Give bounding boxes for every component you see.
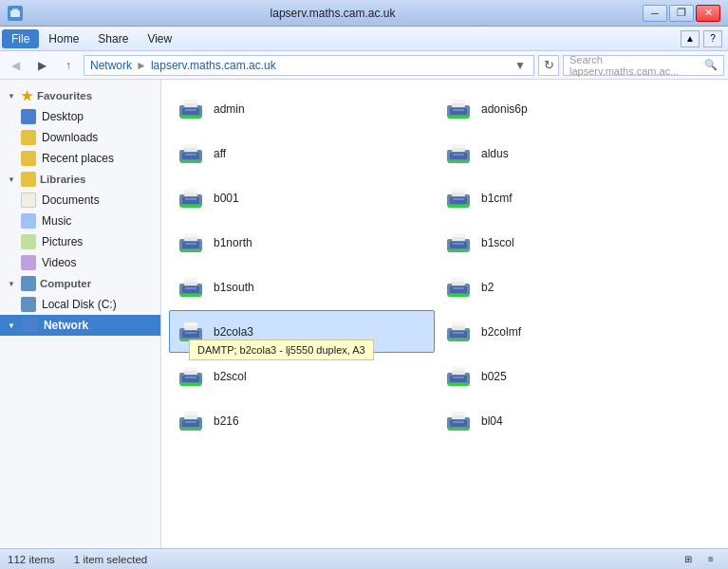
sidebar-item-local-disk[interactable]: Local Disk (C:) (0, 294, 160, 315)
svg-rect-85 (453, 376, 464, 378)
svg-rect-59 (452, 278, 465, 282)
printer-icon (443, 181, 474, 214)
svg-rect-47 (452, 233, 465, 237)
search-icon[interactable]: 🔍 (704, 59, 718, 71)
file-item[interactable]: aff (169, 132, 435, 174)
file-item[interactable]: b2colmf (437, 310, 702, 353)
printer-icon (176, 404, 206, 437)
ribbon-collapse-button[interactable]: ▲ (681, 30, 700, 47)
up-button[interactable]: ↑ (57, 55, 80, 76)
file-item[interactable]: b025 (437, 355, 702, 397)
file-item[interactable]: aldus (437, 132, 702, 174)
file-item[interactable]: b216 (169, 399, 435, 442)
expand-icon: ▼ (8, 92, 15, 101)
svg-rect-54 (180, 294, 201, 297)
file-name: b1south (214, 281, 254, 294)
svg-rect-73 (453, 332, 464, 334)
back-button[interactable]: ◀ (4, 55, 27, 76)
sidebar-section-network[interactable]: ▼ Network (0, 315, 160, 336)
printer-icon (443, 404, 474, 437)
svg-rect-29 (184, 189, 197, 193)
search-box[interactable]: Search lapserv.maths.cam.ac... 🔍 (563, 55, 724, 76)
svg-rect-65 (184, 322, 197, 326)
menubar: File Home Share View ▲ ? (0, 27, 728, 51)
sidebar-section-computer[interactable]: ▼ Computer (0, 273, 160, 294)
sidebar-item-downloads[interactable]: Downloads (0, 127, 160, 148)
file-item[interactable]: bl04 (437, 399, 702, 442)
file-item[interactable]: b1north (169, 221, 435, 264)
file-item[interactable]: b1south (169, 266, 435, 308)
menu-home[interactable]: Home (39, 29, 88, 48)
close-button[interactable]: ✕ (696, 5, 720, 22)
expand-icon-libraries: ▼ (8, 175, 15, 184)
sidebar-item-recent[interactable]: Recent places (0, 148, 160, 169)
file-name: b1scol (481, 236, 514, 249)
svg-rect-48 (448, 249, 469, 252)
menu-file[interactable]: File (2, 29, 39, 48)
svg-rect-5 (184, 100, 197, 103)
menu-view[interactable]: View (138, 29, 181, 48)
minimize-button[interactable]: ─ (643, 5, 667, 22)
large-icons-view-button[interactable]: ⊞ (679, 551, 698, 568)
printer-icon (443, 270, 474, 303)
printer-icon (176, 226, 206, 259)
sidebar-section-favourites[interactable]: ▼ ★ Favourites (0, 85, 160, 106)
svg-rect-97 (453, 421, 464, 423)
breadcrumb-server[interactable]: lapserv.maths.cam.ac.uk (151, 59, 276, 72)
sidebar-section-libraries[interactable]: ▼ Libraries (0, 169, 160, 190)
expand-icon-computer: ▼ (8, 280, 15, 288)
sidebar-item-documents[interactable]: Documents (0, 190, 160, 211)
refresh-button[interactable]: ↻ (538, 55, 559, 76)
svg-rect-18 (180, 160, 201, 163)
svg-rect-89 (184, 412, 197, 415)
breadcrumb-network[interactable]: Network (90, 59, 132, 72)
printer-icon (176, 315, 206, 348)
sidebar-item-pictures[interactable]: Pictures (0, 231, 160, 252)
sidebar-section-favourites-label: Favourites (37, 90, 92, 101)
help-button[interactable]: ? (703, 30, 722, 47)
sidebar-item-music[interactable]: Music (0, 211, 160, 231)
file-item[interactable]: admin (169, 87, 435, 130)
svg-rect-53 (184, 278, 197, 282)
svg-rect-67 (185, 332, 196, 334)
file-item[interactable]: b2 (437, 266, 702, 308)
svg-rect-95 (452, 412, 465, 415)
sidebar-item-videos[interactable]: Videos (0, 252, 160, 273)
svg-rect-66 (180, 339, 201, 341)
file-name: b1north (214, 236, 252, 249)
printer-icon (176, 359, 206, 393)
sidebar-item-downloads-label: Downloads (42, 131, 98, 144)
statusbar: 112 items 1 item selected ⊞ ≡ (0, 548, 728, 569)
file-item[interactable]: b2scol (169, 355, 435, 397)
svg-rect-24 (448, 160, 469, 163)
svg-rect-11 (452, 100, 465, 103)
file-item[interactable]: adonis6p (437, 87, 702, 130)
expand-icon-network: ▼ (8, 321, 15, 330)
menu-share[interactable]: Share (88, 29, 138, 48)
details-view-button[interactable]: ≡ (701, 551, 720, 568)
svg-rect-0 (10, 10, 20, 17)
view-controls: ⊞ ≡ (679, 551, 720, 568)
svg-rect-19 (185, 154, 196, 156)
printer-icon (443, 92, 474, 125)
svg-rect-49 (453, 243, 464, 245)
file-item[interactable]: b1cmf (437, 176, 702, 219)
printer-icon (176, 137, 206, 170)
file-name: b2cola3 (214, 325, 253, 339)
sidebar-section-network-label: Network (44, 319, 88, 332)
svg-rect-31 (185, 198, 196, 200)
network-icon (23, 318, 38, 333)
forward-button[interactable]: ▶ (30, 55, 53, 76)
printer-icon (176, 270, 206, 303)
address-dropdown-button[interactable]: ▼ (513, 59, 528, 72)
file-name: b1cmf (481, 192, 513, 205)
file-item[interactable]: b1scol (437, 221, 702, 264)
file-item[interactable]: b001 (169, 176, 435, 219)
sidebar-item-desktop[interactable]: Desktop (0, 106, 160, 127)
file-name: aldus (481, 147, 509, 160)
address-box[interactable]: Network ► lapserv.maths.cam.ac.uk ▼ (84, 55, 534, 76)
file-item[interactable]: b2cola3 DAMTP; b2cola3 - lj5550 duplex, … (169, 310, 435, 353)
libraries-icon (21, 172, 36, 187)
restore-button[interactable]: ❐ (669, 5, 694, 22)
svg-rect-30 (180, 205, 201, 208)
